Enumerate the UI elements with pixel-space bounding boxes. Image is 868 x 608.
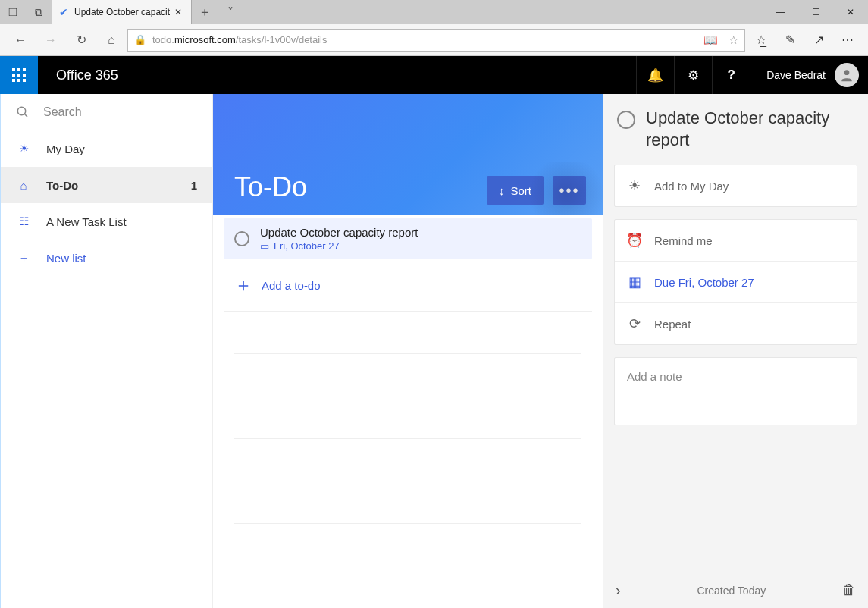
empty-row [234,312,581,354]
detail-card-schedule: ⏰ Remind me ▦ Due Fri, October 27 ⟳ Repe… [614,219,857,345]
svg-rect-1 [17,68,20,71]
favicon-check-icon: ✔ [58,6,70,18]
brand-label: Office 365 [38,56,636,94]
app-body: Search ☀ My Day ⌂ To-Do 1 ☷ A New Task L… [0,94,868,608]
note-field[interactable]: Add a note [614,357,857,425]
detail-card-myday: ☀ Add to My Day [614,165,857,207]
add-to-my-day-button[interactable]: ☀ Add to My Day [615,165,857,206]
sidebar-item-label: A New Task List [46,215,127,228]
main-column: To-Do ↕ Sort ••• Update October capacity… [213,94,603,608]
sidebar: Search ☀ My Day ⌂ To-Do 1 ☷ A New Task L… [1,94,213,608]
task-title: Update October capacity report [260,226,418,239]
user-menu[interactable]: Dave Bedrat [750,56,868,94]
detail-header: Update October capacity report [603,94,868,158]
tab-dropdown-icon[interactable]: ˅ [218,0,243,24]
calendar-icon: ▭ [260,240,269,252]
svg-rect-6 [12,79,15,82]
o365-header: Office 365 🔔 ⚙ ? Dave Bedrat [0,56,868,94]
waffle-icon [12,68,26,82]
notes-icon[interactable]: ✎ [776,26,804,55]
collapse-panel-button[interactable]: › [616,581,621,599]
settings-button[interactable]: ⚙ [674,56,712,94]
svg-rect-7 [17,79,20,82]
nav-forward-button: → [36,26,65,55]
nav-back-button[interactable]: ← [6,26,35,55]
app-launcher-button[interactable] [0,56,38,94]
task-due: ▭ Fri, October 27 [260,240,418,252]
new-list-button[interactable]: ＋ New list [1,240,212,276]
alarm-icon: ⏰ [627,232,642,249]
search-row[interactable]: Search [1,94,212,130]
svg-point-9 [844,70,850,75]
list-hero: To-Do ↕ Sort ••• [213,94,603,215]
sidebar-item-custom-list[interactable]: ☷ A New Task List [1,203,212,240]
favorite-star-icon[interactable]: ☆ [729,33,738,47]
nav-refresh-button[interactable]: ↻ [67,26,96,55]
remind-me-button[interactable]: ⏰ Remind me [615,220,857,261]
empty-row [234,481,581,524]
sort-button[interactable]: ↕ Sort [487,176,544,205]
empty-row [234,524,581,566]
search-icon [16,105,30,119]
user-name: Dave Bedrat [766,69,826,81]
repeat-icon: ⟳ [627,315,642,332]
detail-complete-toggle[interactable] [617,111,635,129]
created-label: Created Today [621,584,842,597]
list-more-button[interactable]: ••• [553,176,586,205]
browser-tab[interactable]: ✔ Update October capacit ✕ [52,0,192,24]
home-icon: ⌂ [16,179,31,192]
empty-row [234,396,581,439]
task-complete-toggle[interactable] [234,231,249,246]
sidebar-item-label: My Day [46,143,85,155]
detail-panel: Update October capacity report ☀ Add to … [603,94,868,608]
add-task-row[interactable]: ＋ Add a to-do [224,259,592,312]
repeat-button[interactable]: ⟳ Repeat [615,302,857,344]
sun-icon: ☀ [16,142,31,155]
search-placeholder: Search [43,105,82,119]
browser-address-bar: ← → ↻ ⌂ 🔒 todo.microsoft.com/tasks/l-1v0… [0,24,868,56]
more-icon[interactable]: ⋯ [833,26,862,55]
reading-view-icon[interactable]: 📖 [703,33,718,47]
help-button[interactable]: ? [712,56,750,94]
svg-rect-8 [23,79,26,82]
list-icon: ☷ [16,215,31,228]
due-date-button[interactable]: ▦ Due Fri, October 27 [615,261,857,302]
detail-title[interactable]: Update October capacity report [646,108,851,151]
svg-rect-5 [23,74,26,77]
window-close-button[interactable]: ✕ [833,0,868,24]
svg-rect-3 [12,74,15,77]
window-maximize-button[interactable]: ☐ [798,0,833,24]
tab-title: Update October capacit [74,7,170,17]
new-tab-button[interactable]: ＋ [192,0,218,24]
share-icon[interactable]: ↗ [804,26,833,55]
add-task-label: Add a to-do [262,279,321,292]
avatar [835,63,859,87]
sidebar-item-todo[interactable]: ⌂ To-Do 1 [1,167,212,203]
plus-icon: ＋ [16,251,31,265]
note-placeholder: Add a note [627,370,682,383]
nav-home-button[interactable]: ⌂ [97,26,126,55]
svg-rect-0 [12,68,15,71]
task-row[interactable]: Update October capacity report ▭ Fri, Oc… [224,218,592,259]
browser-titlebar: ❐ ⧉ ✔ Update October capacit ✕ ＋ ˅ — ☐ ✕ [0,0,868,24]
tab-close-icon[interactable]: ✕ [174,7,182,17]
address-box[interactable]: 🔒 todo.microsoft.com/tasks/l-1v00v/detai… [127,29,745,52]
sun-icon: ☀ [627,177,642,194]
delete-task-button[interactable]: 🗑 [842,582,856,598]
empty-row [234,354,581,396]
plus-icon: ＋ [234,273,249,297]
lock-icon: 🔒 [134,34,146,45]
sidebar-item-my-day[interactable]: ☀ My Day [1,130,212,167]
calendar-icon: ▦ [627,274,642,290]
sort-label: Sort [510,184,531,197]
favorites-list-icon[interactable]: ☆̲ [747,26,776,55]
detail-footer: › Created Today 🗑 [603,572,868,608]
window-minimize-button[interactable]: — [763,0,798,24]
svg-line-11 [24,114,27,117]
svg-rect-4 [17,74,20,77]
ellipsis-icon: ••• [559,182,579,199]
notifications-button[interactable]: 🔔 [636,56,674,94]
tabs-aside-icon[interactable]: ❐ [0,0,26,24]
list-title: To-Do [234,171,307,203]
tabs-preview-icon[interactable]: ⧉ [26,0,52,24]
